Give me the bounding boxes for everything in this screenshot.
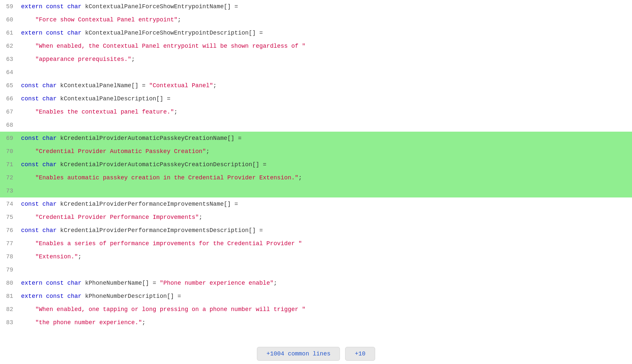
line-number: 81 — [0, 290, 20, 302]
line-content: "appearance prerequisites."; — [20, 53, 632, 65]
table-row: 73 — [0, 184, 632, 197]
table-row: 80extern const char kPhoneNumberName[] =… — [0, 276, 632, 290]
table-row: 70 "Credential Provider Automatic Passke… — [0, 145, 632, 158]
line-content: "Force show Contextual Panel entrypoint"… — [20, 14, 632, 26]
line-content: extern const char kPhoneNumberName[] = "… — [20, 277, 632, 289]
table-row: 82 "When enabled, one tapping or long pr… — [0, 303, 632, 316]
line-content — [20, 185, 632, 197]
line-number: 64 — [0, 66, 20, 78]
table-row: 83 "the phone number experience."; — [0, 316, 632, 329]
line-content: "Credential Provider Performance Improve… — [20, 211, 632, 223]
table-row: 67 "Enables the contextual panel feature… — [0, 105, 632, 118]
line-number: 65 — [0, 80, 20, 91]
table-row: 69const char kCredentialProviderAutomati… — [0, 132, 632, 145]
line-number: 74 — [0, 198, 20, 210]
line-content: const char kContextualPanelDescription[]… — [20, 93, 632, 105]
table-row: 59extern const char kContextualPanelForc… — [0, 0, 632, 13]
table-row: 79 — [0, 263, 632, 276]
line-number: 75 — [0, 211, 20, 223]
line-content — [20, 119, 632, 131]
table-row: 76const char kCredentialProviderPerforma… — [0, 224, 632, 237]
code-lines: 59extern const char kContextualPanelForc… — [0, 0, 632, 329]
table-row: 75 "Credential Provider Performance Impr… — [0, 211, 632, 224]
line-number: 66 — [0, 93, 20, 105]
line-number: 82 — [0, 303, 20, 315]
line-content: "Credential Provider Automatic Passkey C… — [20, 145, 632, 157]
table-row: 63 "appearance prerequisites."; — [0, 53, 632, 66]
line-number: 79 — [0, 264, 20, 276]
line-content: const char kCredentialProviderPerformanc… — [20, 198, 632, 210]
line-content: const char kContextualPanelName[] = "Con… — [20, 80, 632, 91]
line-number: 67 — [0, 106, 20, 118]
line-number: 60 — [0, 14, 20, 26]
line-content: extern const char kContextualPanelForceS… — [20, 1, 632, 13]
line-number: 68 — [0, 119, 20, 131]
line-number: 78 — [0, 251, 20, 263]
line-content: "When enabled, the Contextual Panel entr… — [20, 40, 632, 52]
line-content: "Enables a series of performance improve… — [20, 238, 632, 249]
line-content: "Extension."; — [20, 251, 632, 263]
line-number: 77 — [0, 238, 20, 249]
line-content: extern const char kContextualPanelForceS… — [20, 27, 632, 39]
table-row: 65const char kContextualPanelName[] = "C… — [0, 79, 632, 92]
line-number: 83 — [0, 317, 20, 328]
line-content: "the phone number experience."; — [20, 317, 632, 328]
line-number: 70 — [0, 145, 20, 157]
btn-common-lines[interactable]: +1004 common lines — [257, 347, 340, 361]
table-row: 64 — [0, 66, 632, 79]
table-row: 61extern const char kContextualPanelForc… — [0, 26, 632, 39]
line-number: 61 — [0, 27, 20, 39]
table-row: 71const char kCredentialProviderAutomati… — [0, 158, 632, 171]
line-number: 80 — [0, 277, 20, 289]
table-row: 68 — [0, 118, 632, 132]
line-content: const char kCredentialProviderAutomaticP… — [20, 159, 632, 170]
line-number: 59 — [0, 1, 20, 13]
code-viewer: 59extern const char kContextualPanelForc… — [0, 0, 632, 364]
line-content: "When enabled, one tapping or long press… — [20, 303, 632, 315]
table-row: 66const char kContextualPanelDescription… — [0, 92, 632, 105]
line-number: 71 — [0, 159, 20, 170]
table-row: 62 "When enabled, the Contextual Panel e… — [0, 39, 632, 53]
line-number: 76 — [0, 224, 20, 236]
line-content — [20, 264, 632, 276]
bottom-buttons: +1004 common lines +10 — [257, 347, 375, 361]
table-row: 60 "Force show Contextual Panel entrypoi… — [0, 13, 632, 26]
table-row: 77 "Enables a series of performance impr… — [0, 237, 632, 250]
line-content: "Enables automatic passkey creation in t… — [20, 172, 632, 184]
line-content: const char kCredentialProviderAutomaticP… — [20, 132, 632, 144]
table-row: 74const char kCredentialProviderPerforma… — [0, 197, 632, 211]
line-content: extern const char kPhoneNumberDescriptio… — [20, 290, 632, 302]
line-content — [20, 66, 632, 78]
line-number: 69 — [0, 132, 20, 144]
table-row: 72 "Enables automatic passkey creation i… — [0, 171, 632, 184]
table-row: 78 "Extension."; — [0, 250, 632, 263]
table-row: 81extern const char kPhoneNumberDescript… — [0, 290, 632, 303]
line-number: 73 — [0, 185, 20, 197]
btn-ten-lines[interactable]: +10 — [345, 347, 375, 361]
line-content: const char kCredentialProviderPerformanc… — [20, 224, 632, 236]
line-number: 63 — [0, 53, 20, 65]
line-number: 72 — [0, 172, 20, 184]
line-number: 62 — [0, 40, 20, 52]
line-content: "Enables the contextual panel feature."; — [20, 106, 632, 118]
